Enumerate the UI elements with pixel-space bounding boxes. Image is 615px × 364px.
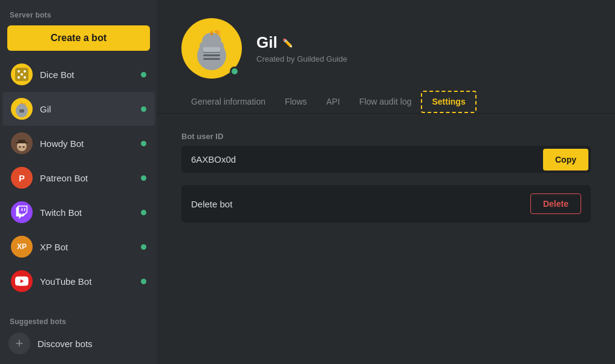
discover-plus-icon: + [8,333,30,354]
youtube-bot-avatar [11,270,33,292]
discover-bots-label: Discover bots [37,339,149,349]
svg-point-2 [24,70,26,73]
delete-bot-button[interactable]: Delete [530,193,581,214]
sidebar-item-xp-bot[interactable]: XP XP Bot [2,230,155,264]
howdy-bot-avatar [11,132,33,154]
svg-rect-24 [203,54,220,56]
svg-rect-10 [19,109,24,110]
delete-bot-label: Delete bot [191,199,232,209]
bot-user-id-label: Bot user ID [181,132,591,141]
twitch-bot-name: Twitch Bot [40,207,141,218]
tab-flows[interactable]: Flows [275,91,317,114]
svg-point-5 [24,76,26,79]
xp-bot-name: XP Bot [40,242,141,252]
delete-bot-row: Delete bot Delete [181,185,591,223]
sidebar: Server bots Create a bot Dice Bot [0,0,157,364]
youtube-bot-name: YouTube Bot [40,276,141,287]
patreon-bot-name: Patreon Bot [40,173,141,183]
suggested-bots-label: Suggested bots [0,307,76,332]
bot-online-indicator [230,67,239,76]
tab-flow-audit-log[interactable]: Flow audit log [350,91,421,114]
svg-point-3 [21,73,23,76]
dice-bot-name: Dice Bot [40,70,141,80]
suggested-section: Suggested bots + Discover bots [0,310,157,364]
gil-online [141,106,146,112]
svg-point-1 [18,70,20,73]
sidebar-item-twitch-bot[interactable]: Twitch Bot [2,195,155,229]
sidebar-item-patreon-bot[interactable]: P Patreon Bot [2,161,155,195]
sidebar-item-gil[interactable]: Gil [2,92,155,126]
bot-name-text: Gil [256,33,278,52]
youtube-bot-online [141,279,146,284]
twitch-bot-avatar [11,201,33,223]
howdy-bot-online [141,141,146,146]
edit-bot-name-icon[interactable]: ✏️ [282,38,293,48]
gil-name: Gil [40,104,141,114]
xp-bot-avatar: XP [11,236,33,258]
patreon-bot-avatar: P [11,167,33,189]
bot-title: Gil ✏️ [256,33,347,52]
bot-header: Gil ✏️ Created by Guilded Guide [157,0,615,91]
bot-user-id-row: Copy [181,146,591,173]
bot-list: Dice Bot [0,57,157,310]
sidebar-item-youtube-bot[interactable]: YouTube Bot [2,264,155,298]
main-content: Gil ✏️ Created by Guilded Guide General … [157,0,615,364]
tabs-bar: General information Flows API Flow audit… [157,91,615,114]
copy-button[interactable]: Copy [543,149,588,171]
svg-rect-25 [203,58,220,60]
server-bots-label: Server bots [0,0,157,25]
svg-rect-11 [19,111,24,111]
bot-user-id-input[interactable] [181,146,541,173]
tab-api[interactable]: API [317,91,350,114]
svg-rect-12 [19,112,24,112]
create-bot-button[interactable]: Create a bot [7,25,150,51]
bot-info: Gil ✏️ Created by Guilded Guide [256,33,347,63]
svg-rect-17 [16,142,28,143]
svg-point-4 [18,76,20,79]
bot-created-by: Created by Guilded Guide [256,54,347,63]
tab-general-information[interactable]: General information [181,91,275,114]
svg-point-19 [22,146,25,148]
settings-content: Bot user ID Copy Delete bot Delete [157,114,615,364]
twitch-bot-online [141,210,146,215]
dice-bot-online [141,72,146,77]
gil-avatar [11,98,33,120]
svg-rect-26 [203,47,220,52]
bot-avatar-large [181,18,242,79]
svg-point-18 [19,146,21,148]
dice-bot-avatar [11,63,33,85]
sidebar-item-dice-bot[interactable]: Dice Bot [2,57,155,91]
patreon-bot-online [141,175,146,181]
tab-settings[interactable]: Settings [421,91,476,113]
xp-bot-online [141,244,146,250]
howdy-bot-name: Howdy Bot [40,138,141,149]
sidebar-item-howdy-bot[interactable]: Howdy Bot [2,126,155,160]
